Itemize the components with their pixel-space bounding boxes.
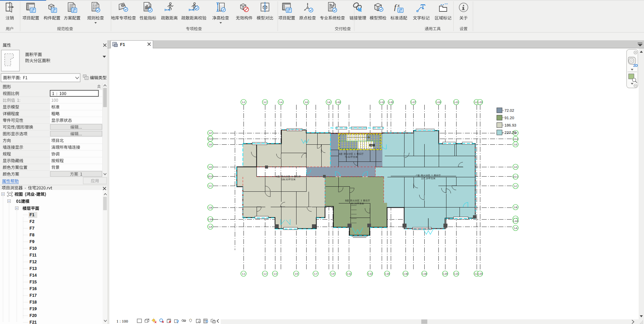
svg-text:1-13: 1-13 [379, 101, 384, 104]
svg-text:1-20: 1-20 [443, 272, 447, 275]
svg-text:x: x [397, 3, 400, 8]
svg-text:1-21: 1-21 [454, 101, 458, 104]
svg-text:1-8: 1-8 [327, 101, 330, 104]
svg-text:1-E: 1-E [209, 143, 212, 146]
svg-text:1-A: 1-A [209, 225, 212, 228]
svg-text:1-5: 1-5 [294, 272, 298, 275]
svg-text:1-11: 1-11 [347, 272, 351, 275]
svg-text:1-17: 1-17 [411, 101, 415, 104]
svg-text:1/1-E: 1/1-E [513, 138, 518, 141]
svg-text:1-3: 1-3 [273, 272, 277, 275]
svg-text:1-2: 1-2 [263, 272, 267, 275]
svg-text:1-21: 1-21 [454, 272, 458, 275]
svg-text:227.29: 227.29 [504, 131, 516, 135]
svg-text:1-23: 1-23 [478, 101, 482, 104]
svg-text:1-2: 1-2 [263, 101, 267, 104]
svg-text:F14: F14 [30, 273, 37, 278]
svg-text:F9: F9 [30, 239, 35, 244]
svg-text:1-14: 1-14 [385, 272, 389, 275]
svg-text:F17: F17 [30, 293, 37, 298]
svg-text:F10: F10 [30, 246, 37, 251]
svg-text:91.20: 91.20 [504, 116, 514, 120]
svg-text:1-12: 1-12 [368, 272, 372, 275]
svg-text:F7: F7 [30, 226, 35, 231]
svg-text:1-C: 1-C [514, 185, 518, 188]
svg-text:1-A: 1-A [514, 227, 518, 230]
svg-text:1/1-E: 1/1-E [208, 137, 213, 140]
svg-text:F12: F12 [30, 260, 37, 264]
svg-text:1-15: 1-15 [388, 101, 393, 104]
svg-text:72.02: 72.02 [504, 108, 514, 112]
svg-text:186.93: 186.93 [504, 123, 516, 127]
svg-text:1-E: 1-E [514, 143, 518, 146]
svg-text:1-B: 1-B [514, 206, 518, 209]
svg-text:1-10: 1-10 [336, 101, 340, 104]
svg-text:1-1/A: 1-1/A [513, 220, 518, 223]
svg-text:1-F: 1-F [209, 132, 212, 135]
svg-text:F18: F18 [30, 300, 37, 305]
svg-text:F20: F20 [30, 313, 37, 318]
svg-text:F1: F1 [120, 42, 125, 47]
svg-text:1-19: 1-19 [436, 101, 440, 104]
svg-text:F21: F21 [30, 320, 37, 324]
svg-text:1-D: 1-D [514, 166, 518, 169]
svg-text:F16: F16 [30, 286, 37, 291]
svg-text:F19: F19 [30, 307, 37, 311]
svg-text:1 : 100: 1 : 100 [116, 319, 128, 324]
svg-text:1/1-D: 1/1-D [208, 175, 213, 178]
svg-text:1-1/A: 1-1/A [208, 218, 213, 221]
svg-text:1/1-C: 1/1-C [513, 175, 519, 178]
svg-text:1-9: 1-9 [331, 272, 334, 275]
svg-text:1-4: 1-4 [279, 101, 282, 104]
svg-text:F15: F15 [30, 280, 37, 284]
svg-text:1-1: 1-1 [242, 272, 245, 275]
svg-text:2D: 2D [633, 63, 638, 67]
svg-text:1-1: 1-1 [242, 101, 245, 104]
svg-text:1-18: 1-18 [422, 272, 426, 275]
svg-text:F13: F13 [30, 266, 37, 271]
svg-text:F11: F11 [30, 253, 37, 258]
svg-text:F1: F1 [30, 213, 35, 217]
svg-text:1-23: 1-23 [478, 272, 482, 275]
svg-text:1-B: 1-B [209, 206, 212, 209]
svg-text:1-D: 1-D [209, 166, 213, 169]
svg-text:1-7: 1-7 [314, 272, 317, 275]
svg-text:1-6: 1-6 [305, 101, 308, 104]
svg-text:F8: F8 [30, 233, 35, 237]
svg-text:1-16: 1-16 [403, 272, 408, 275]
svg-text:1-C: 1-C [209, 184, 213, 187]
svg-text:F2: F2 [30, 219, 35, 224]
